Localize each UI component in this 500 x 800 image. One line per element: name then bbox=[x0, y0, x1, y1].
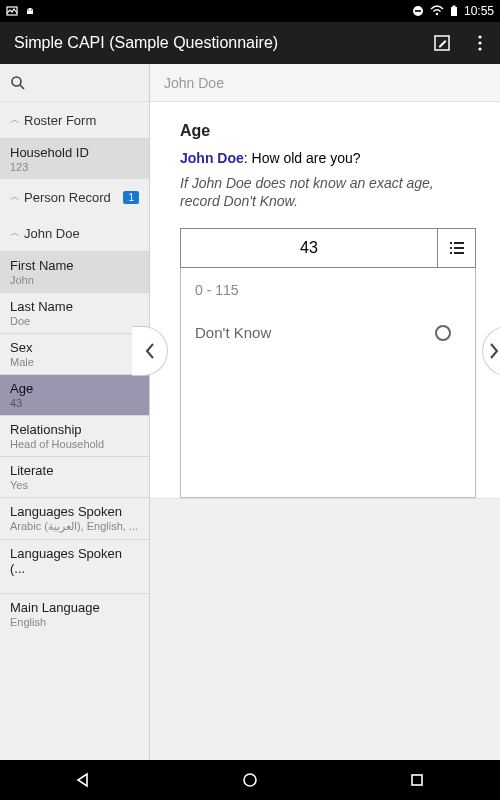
field-label: Last Name bbox=[10, 299, 139, 314]
field-value: Arabic (العربية), English, ... bbox=[10, 520, 139, 533]
sidebar-section-label: John Doe bbox=[24, 226, 80, 241]
field-label: Main Language bbox=[10, 600, 139, 615]
svg-point-21 bbox=[244, 774, 256, 786]
age-input-row bbox=[180, 228, 476, 268]
edit-note-button[interactable] bbox=[432, 33, 452, 53]
android-status-bar: 10:55 bbox=[0, 0, 500, 22]
record-count-badge: 1 bbox=[123, 191, 139, 204]
search-icon bbox=[10, 75, 26, 91]
chevron-right-icon bbox=[488, 341, 500, 361]
question-prompt-text: : How old are you? bbox=[244, 150, 361, 166]
field-label: First Name bbox=[10, 258, 139, 273]
field-label: Age bbox=[10, 381, 139, 396]
main-panel: John Doe Age John Doe: How old are you? … bbox=[150, 64, 500, 760]
sidebar-field-main-language[interactable]: Main Language English bbox=[0, 593, 149, 634]
chevron-up-icon: ︿ bbox=[10, 226, 20, 240]
range-hint: 0 - 115 bbox=[195, 282, 461, 298]
field-label: Languages Spoken (... bbox=[10, 546, 139, 576]
question-subject: John Doe bbox=[180, 150, 244, 166]
radio-icon bbox=[435, 325, 451, 341]
android-icon bbox=[24, 5, 36, 17]
overflow-menu-button[interactable] bbox=[470, 33, 490, 53]
triangle-back-icon bbox=[74, 771, 92, 789]
sidebar-field-household[interactable]: Household ID 123 bbox=[0, 138, 149, 179]
field-value: Yes bbox=[10, 479, 139, 491]
chevron-left-icon bbox=[144, 341, 156, 361]
field-value: Head of Household bbox=[10, 438, 139, 450]
do-not-disturb-icon bbox=[412, 5, 424, 17]
app-title: Simple CAPI (Sample Questionnaire) bbox=[14, 34, 432, 52]
field-value: English bbox=[10, 616, 139, 628]
android-nav-bar bbox=[0, 760, 500, 800]
svg-point-2 bbox=[31, 9, 32, 10]
more-vert-icon bbox=[478, 35, 482, 51]
picture-icon bbox=[6, 5, 18, 17]
svg-point-10 bbox=[478, 41, 481, 44]
nav-home-button[interactable] bbox=[235, 765, 265, 795]
app-bar: Simple CAPI (Sample Questionnaire) bbox=[0, 22, 500, 64]
option-dont-know[interactable]: Don't Know bbox=[195, 320, 461, 345]
svg-line-13 bbox=[20, 85, 24, 89]
nav-back-button[interactable] bbox=[68, 765, 98, 795]
edit-note-icon bbox=[433, 34, 451, 52]
sidebar-field-age[interactable]: Age 43 bbox=[0, 374, 149, 415]
svg-point-9 bbox=[478, 35, 481, 38]
chevron-up-icon: ︿ bbox=[10, 113, 20, 127]
sidebar-field-languages[interactable]: Languages Spoken Arabic (العربية), Engli… bbox=[0, 497, 149, 539]
sidebar: ︿ Roster Form Household ID 123 ︿ Person … bbox=[0, 64, 150, 760]
breadcrumb: John Doe bbox=[150, 64, 500, 102]
field-label: Household ID bbox=[10, 145, 139, 160]
sidebar-field-languages-other[interactable]: Languages Spoken (... bbox=[0, 539, 149, 583]
field-value: 123 bbox=[10, 161, 139, 173]
sidebar-section-roster[interactable]: ︿ Roster Form bbox=[0, 102, 149, 138]
field-value: 43 bbox=[10, 397, 139, 409]
field-label: Literate bbox=[10, 463, 139, 478]
sidebar-field-literate[interactable]: Literate Yes bbox=[0, 456, 149, 497]
sidebar-field-relationship[interactable]: Relationship Head of Household bbox=[0, 415, 149, 456]
svg-rect-22 bbox=[412, 775, 422, 785]
svg-rect-6 bbox=[451, 7, 457, 16]
sidebar-section-label: Person Record bbox=[24, 190, 111, 205]
sidebar-section-name[interactable]: ︿ John Doe bbox=[0, 215, 149, 251]
sidebar-field-last-name[interactable]: Last Name Doe bbox=[0, 292, 149, 333]
field-value: John bbox=[10, 274, 139, 286]
svg-point-5 bbox=[436, 13, 438, 15]
svg-marker-20 bbox=[78, 774, 87, 786]
square-recent-icon bbox=[409, 772, 425, 788]
question-title: Age bbox=[180, 122, 476, 140]
age-input[interactable] bbox=[181, 229, 437, 267]
wifi-icon bbox=[430, 5, 444, 17]
sidebar-field-first-name[interactable]: First Name John bbox=[0, 251, 149, 292]
options-panel: 0 - 115 Don't Know bbox=[180, 268, 476, 498]
list-toggle-button[interactable] bbox=[437, 229, 475, 267]
field-value: Male bbox=[10, 356, 139, 368]
question-note: If John Doe does not know an exact age, … bbox=[180, 174, 476, 210]
battery-icon bbox=[450, 5, 458, 17]
status-clock: 10:55 bbox=[464, 4, 494, 18]
circle-home-icon bbox=[241, 771, 259, 789]
field-label: Languages Spoken bbox=[10, 504, 139, 519]
sidebar-field-sex[interactable]: Sex Male bbox=[0, 333, 149, 374]
svg-point-12 bbox=[12, 77, 21, 86]
field-value: Doe bbox=[10, 315, 139, 327]
option-label: Don't Know bbox=[195, 324, 271, 341]
sidebar-section-person[interactable]: ︿ Person Record 1 bbox=[0, 179, 149, 215]
search-button[interactable] bbox=[0, 64, 149, 102]
field-label: Sex bbox=[10, 340, 139, 355]
svg-rect-7 bbox=[452, 6, 455, 8]
svg-rect-4 bbox=[415, 10, 421, 12]
svg-point-1 bbox=[28, 9, 29, 10]
nav-recent-button[interactable] bbox=[402, 765, 432, 795]
field-label: Relationship bbox=[10, 422, 139, 437]
question-prompt: John Doe: How old are you? bbox=[180, 150, 476, 166]
list-icon bbox=[448, 241, 466, 255]
svg-point-11 bbox=[478, 47, 481, 50]
sidebar-section-label: Roster Form bbox=[24, 113, 96, 128]
chevron-up-icon: ︿ bbox=[10, 190, 20, 204]
